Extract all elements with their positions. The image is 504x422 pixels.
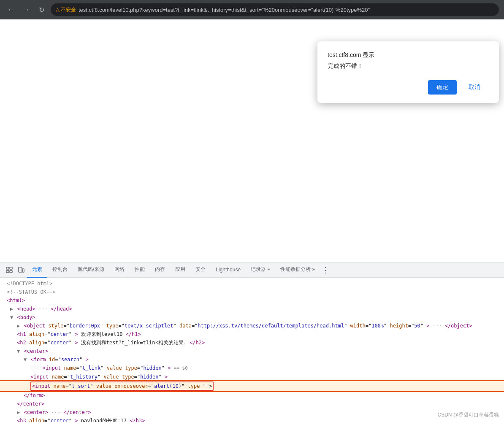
browser-toolbar: ← → ↻ △ 不安全 test.ctf8.com/level10.php?ke…	[0, 0, 504, 19]
dom-line-h1[interactable]: <h1 align="center" > 欢迎来到level10 </h1>	[0, 330, 504, 338]
dom-tree: <!DOCTYPE html> <!--STATUS OK--> <html> …	[0, 278, 504, 422]
comment-text: <!--STATUS OK-->	[7, 289, 56, 295]
head-tag: <head>	[17, 306, 35, 312]
collapse-form-icon[interactable]: ▼	[24, 357, 27, 362]
dom-line-html[interactable]: <html>	[0, 296, 504, 305]
alert-message: 完成的不错！	[328, 62, 489, 70]
dom-line-doctype[interactable]: <!DOCTYPE html>	[0, 279, 504, 288]
dom-line-form[interactable]: ▼ <form id="search" >	[0, 355, 504, 364]
warning-icon: △	[56, 7, 60, 13]
html-tag: <html>	[7, 298, 25, 303]
tab-sources[interactable]: 源代码/来源	[73, 262, 109, 278]
head-close-tag: </head>	[51, 306, 72, 312]
head-ellipsis: ···	[38, 306, 51, 312]
svg-rect-2	[6, 271, 9, 273]
expand-head-icon[interactable]: ▶	[10, 306, 13, 312]
devtools-device-icon[interactable]	[15, 264, 27, 276]
expand-object-icon[interactable]: ▶	[17, 323, 20, 329]
devtools-inspect-icon[interactable]	[3, 264, 15, 276]
url-text: test.ctf8.com/level10.php?keyword=test?t…	[79, 7, 370, 13]
alert-buttons: 确定 取消	[328, 80, 489, 95]
body-tag: <body>	[17, 314, 35, 320]
back-button[interactable]: ←	[5, 4, 17, 16]
alert-confirm-button[interactable]: 确定	[428, 80, 457, 95]
tab-elements[interactable]: 元素	[27, 262, 47, 278]
svg-rect-3	[10, 271, 12, 273]
dom-line-object[interactable]: ▶ <object style="border:0px" type="text/…	[0, 322, 504, 330]
tab-security[interactable]: 安全	[190, 262, 211, 278]
dom-line-body[interactable]: ▼ <body>	[0, 313, 504, 322]
dom-line-center1[interactable]: ▼ <center>	[0, 347, 504, 355]
svg-rect-1	[10, 267, 12, 269]
dom-line-h3[interactable]: <h3 align="center" > payload的长度:17 </h3>	[0, 417, 504, 422]
alert-dialog: test.ctf8.com 显示 完成的不错！ 确定 取消	[317, 41, 499, 103]
page-content: test.ctf8.com 显示 完成的不错！ 确定 取消	[0, 19, 504, 262]
security-warning: △ 不安全	[56, 6, 76, 14]
svg-rect-4	[19, 267, 22, 272]
svg-rect-0	[6, 267, 9, 269]
collapse-body-icon[interactable]: ▼	[10, 314, 13, 320]
tab-performance[interactable]: 性能	[130, 262, 150, 278]
watermark: CSDN @香甜可口草莓蛋糕	[437, 411, 499, 419]
expand-center2-icon[interactable]: ▶	[17, 409, 20, 415]
highlight-box: <input name="t_sort" value onmouseover="…	[30, 381, 214, 391]
tab-performance-insights[interactable]: 性能数据分析 »	[275, 262, 320, 278]
address-bar[interactable]: △ 不安全 test.ctf8.com/level10.php?keyword=…	[51, 3, 499, 16]
dom-line-input-thistory[interactable]: <input name="t_history" value type="hidd…	[0, 373, 504, 381]
dom-line-head[interactable]: ▶ <head> ··· </head>	[0, 305, 504, 313]
dom-line-h2[interactable]: <h2 align="center" > 没有找到和test?t_link=tl…	[0, 338, 504, 347]
dom-line-center1-close[interactable]: </center>	[0, 400, 504, 408]
collapse-center-icon[interactable]: ▼	[17, 348, 20, 354]
tab-recorder[interactable]: 记录器 »	[246, 262, 275, 278]
devtools-tabs: 元素 控制台 源代码/来源 网络 性能 内存 应用 安全 Lighthouse …	[0, 262, 504, 278]
tab-lighthouse[interactable]: Lighthouse	[211, 262, 246, 278]
svg-rect-5	[22, 269, 24, 272]
dom-line-input-tsort[interactable]: <input name="t_sort" value onmouseover="…	[0, 381, 504, 391]
security-label: 不安全	[61, 6, 76, 14]
devtools-more-icon[interactable]: ⋮	[320, 265, 331, 275]
dom-line-form-close[interactable]: </form>	[0, 391, 504, 400]
alert-origin: test.ctf8.com 显示	[328, 51, 489, 59]
refresh-button[interactable]: ↻	[35, 4, 47, 16]
forward-button[interactable]: →	[20, 4, 32, 16]
tab-memory[interactable]: 内存	[150, 262, 170, 278]
doctype-text: <!DOCTYPE html>	[7, 281, 52, 287]
object-tag: <object	[24, 323, 48, 329]
tab-application[interactable]: 应用	[170, 262, 190, 278]
dom-line-comment[interactable]: <!--STATUS OK-->	[0, 288, 504, 296]
tab-console[interactable]: 控制台	[47, 262, 73, 278]
tab-network[interactable]: 网络	[109, 262, 130, 278]
alert-cancel-button[interactable]: 取消	[460, 80, 489, 95]
dom-line-input-tlink[interactable]: ··· <input name="t_link" value type="hid…	[0, 364, 504, 373]
devtools-panel: 元素 控制台 源代码/来源 网络 性能 内存 应用 安全 Lighthouse …	[0, 262, 504, 422]
dom-line-center2[interactable]: ▶ <center> ··· </center>	[0, 408, 504, 417]
